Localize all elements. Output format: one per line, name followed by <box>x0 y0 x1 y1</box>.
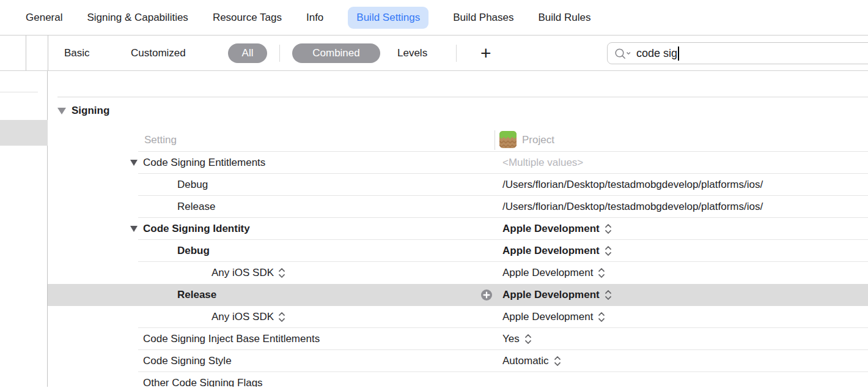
row-label: Code Signing Identity <box>143 223 250 235</box>
row-label-group: Release <box>177 196 215 218</box>
column-header-project: Project <box>522 134 554 146</box>
add-value-button[interactable] <box>481 289 492 300</box>
row-label: Release <box>177 201 215 213</box>
settings-rows: Code Signing Entitlements <Multiple valu… <box>48 152 868 387</box>
row-value[interactable]: Apple Development <box>502 218 868 240</box>
stepper-icon[interactable] <box>524 334 532 345</box>
tab-build-rules[interactable]: Build Rules <box>539 12 591 24</box>
stepper-icon[interactable] <box>605 245 612 256</box>
row-value[interactable]: Apple Development <box>502 284 868 306</box>
row-value[interactable]: Apple Development <box>502 240 868 262</box>
tab-resource-tags[interactable]: Resource Tags <box>213 12 282 24</box>
tab-build-phases[interactable]: Build Phases <box>453 12 513 24</box>
divider <box>26 35 26 70</box>
table-row[interactable]: Release Apple Development <box>48 284 868 306</box>
table-row[interactable]: Debug /Users/florian/Desktop/testadmobgd… <box>48 174 868 196</box>
row-label: Release <box>177 289 216 301</box>
row-label-group: Other Code Signing Flags <box>143 372 263 387</box>
row-label-group: Code Signing Inject Base Entitlements <box>143 328 320 350</box>
row-value[interactable]: Yes <box>502 328 868 350</box>
stepper-icon[interactable] <box>278 267 285 278</box>
row-value[interactable]: Automatic <box>502 350 868 372</box>
row-value-text: /Users/florian/Desktop/testadmobgdevelop… <box>502 179 763 191</box>
column-header-setting: Setting <box>144 134 177 146</box>
row-label-group: Any iOS SDK <box>211 262 285 284</box>
project-sidebar[interactable] <box>0 71 48 387</box>
row-value-text: Apple Development <box>502 311 593 323</box>
stepper-icon[interactable] <box>605 223 612 234</box>
row-value[interactable] <box>502 372 868 387</box>
table-row[interactable]: Other Code Signing Flags <box>48 372 868 387</box>
row-value-text: Apple Development <box>502 245 600 257</box>
sidebar-divider <box>0 92 38 92</box>
stepper-icon[interactable] <box>278 312 285 323</box>
row-label-group: Code Signing Identity <box>143 218 250 240</box>
disclosure-triangle-icon[interactable] <box>130 160 138 166</box>
table-row[interactable]: Code Signing Inject Base Entitlements Ye… <box>48 328 868 350</box>
row-value-text: Yes <box>502 333 520 345</box>
filter-basic-button[interactable]: Basic <box>64 47 90 59</box>
row-value-text: Apple Development <box>502 267 593 279</box>
table-row[interactable]: Any iOS SDK Apple Development <box>48 262 868 284</box>
table-row[interactable]: Any iOS SDK Apple Development <box>48 306 868 328</box>
row-value[interactable]: /Users/florian/Desktop/testadmobgdevelop… <box>502 174 868 196</box>
view-combined-button[interactable]: Combined <box>292 43 380 63</box>
row-label: Code Signing Inject Base Entitlements <box>143 333 320 345</box>
view-levels-button[interactable]: Levels <box>397 47 427 59</box>
stepper-icon[interactable] <box>605 289 612 300</box>
section-title: Signing <box>72 105 109 117</box>
app-project-icon <box>499 131 517 151</box>
row-label-group: Code Signing Style <box>143 350 232 372</box>
table-row[interactable]: Code Signing Identity Apple Development <box>48 218 868 240</box>
stepper-icon[interactable] <box>598 312 605 323</box>
row-value[interactable]: <Multiple values> <box>502 152 868 174</box>
row-label: Other Code Signing Flags <box>143 377 263 387</box>
tab-info[interactable]: Info <box>306 12 323 24</box>
build-settings-toolbar: Basic Customized All Combined Levels + c… <box>0 35 868 71</box>
row-value-text: <Multiple values> <box>502 157 583 169</box>
row-value-text: /Users/florian/Desktop/testadmobgdevelop… <box>502 201 763 213</box>
stepper-icon[interactable] <box>554 356 561 367</box>
row-value-text: Apple Development <box>502 223 600 235</box>
row-value-text: Automatic <box>502 355 549 367</box>
row-value[interactable]: Apple Development <box>502 306 868 328</box>
row-value-text: Apple Development <box>502 289 600 301</box>
row-value[interactable]: Apple Development <box>502 262 868 284</box>
build-settings-table: Signing Setting Project Code Signing Ent… <box>48 71 868 387</box>
table-row[interactable]: Code Signing Style Automatic <box>48 350 868 372</box>
table-row[interactable]: Code Signing Entitlements <Multiple valu… <box>48 152 868 174</box>
tab-signing-capabilities[interactable]: Signing & Capabilities <box>87 12 188 24</box>
tab-build-settings[interactable]: Build Settings <box>348 7 428 29</box>
row-label: Any iOS SDK <box>211 267 274 279</box>
row-label-group: Debug <box>177 174 208 196</box>
content-area: Signing Setting Project Code Signing Ent… <box>0 71 868 387</box>
add-setting-button[interactable]: + <box>480 44 491 62</box>
section-top-divider <box>57 97 868 97</box>
disclosure-triangle-icon[interactable] <box>57 108 66 114</box>
search-icon[interactable] <box>614 48 631 59</box>
tab-general[interactable]: General <box>26 12 62 24</box>
text-cursor <box>678 47 679 61</box>
search-input[interactable]: code sig <box>607 42 868 64</box>
row-value[interactable]: /Users/florian/Desktop/testadmobgdevelop… <box>502 196 868 218</box>
disclosure-triangle-icon[interactable] <box>130 226 138 232</box>
row-label-group: Release <box>177 284 216 306</box>
filter-customized-button[interactable]: Customized <box>131 47 186 59</box>
row-label: Code Signing Style <box>143 355 232 367</box>
row-label: Any iOS SDK <box>211 311 274 323</box>
table-row[interactable]: Debug Apple Development <box>48 240 868 262</box>
editor-tab-bar: General Signing & Capabilities Resource … <box>0 0 868 35</box>
search-text: code sig <box>636 47 677 60</box>
row-label: Debug <box>177 179 208 191</box>
stepper-icon[interactable] <box>598 267 605 278</box>
table-row[interactable]: Release /Users/florian/Desktop/testadmob… <box>48 196 868 218</box>
toolbar-divider <box>456 45 457 62</box>
section-header-signing: Signing <box>57 105 109 117</box>
sidebar-selected-item[interactable] <box>0 120 48 146</box>
row-label-group: Debug <box>177 240 210 262</box>
divider <box>48 35 48 70</box>
row-label-group: Any iOS SDK <box>211 306 285 328</box>
row-label: Code Signing Entitlements <box>143 157 265 169</box>
filter-all-button[interactable]: All <box>228 43 267 63</box>
column-header-row: Setting Project <box>48 129 868 152</box>
